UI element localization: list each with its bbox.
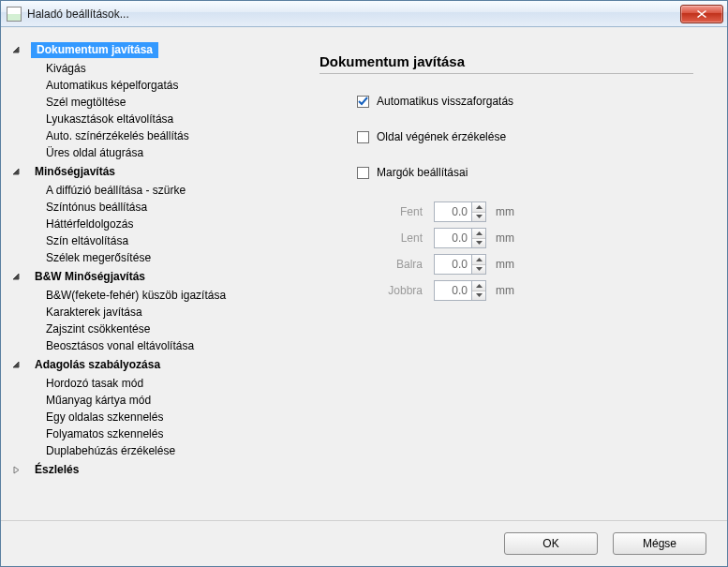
chevron-down-icon[interactable] xyxy=(10,45,22,56)
cancel-button[interactable]: Mégse xyxy=(613,532,706,555)
tree-item[interactable]: Kivágás xyxy=(42,60,297,77)
chevron-down-icon[interactable] xyxy=(10,359,22,370)
chevron-down-icon[interactable] xyxy=(10,166,22,177)
detail-heading: Dokumentum javítása xyxy=(319,53,693,69)
tree-item[interactable]: Egy oldalas szkennelés xyxy=(42,409,297,425)
tree-header-row[interactable]: Minőségjavítás xyxy=(10,163,297,180)
margin-input[interactable] xyxy=(434,280,471,301)
tree-group: Észlelés xyxy=(10,461,297,478)
option-label: Margók beállításai xyxy=(377,166,468,179)
spin-buttons xyxy=(471,201,486,222)
tree-item[interactable]: Duplabehúzás érzékelése xyxy=(42,442,297,459)
tree-item[interactable]: Színtónus beállítása xyxy=(42,199,297,216)
tree-header-row[interactable]: Dokumentum javítása xyxy=(10,42,297,58)
tree-header[interactable]: B&W Minőségjavítás xyxy=(31,268,149,285)
tree-item[interactable]: Szín eltávolítása xyxy=(42,232,297,249)
chevron-down-icon[interactable] xyxy=(10,271,22,282)
close-button[interactable] xyxy=(680,5,723,23)
option-row: Automatikus visszaforgatás xyxy=(357,95,693,108)
margins-group: FentmmLentmmBalrammJobbramm xyxy=(376,201,693,301)
dialog-footer: OK Mégse xyxy=(1,520,727,566)
checkbox[interactable] xyxy=(357,96,369,108)
margin-row: Fentmm xyxy=(376,201,693,222)
margin-input[interactable] xyxy=(434,254,471,275)
tree-items: Hordozó tasak módMűanyag kártya módEgy o… xyxy=(42,375,297,459)
tree-item[interactable]: A diffúzió beállítása - szürke xyxy=(42,182,297,199)
tree-item[interactable]: Üres oldal átugrása xyxy=(42,144,297,161)
margin-unit: mm xyxy=(496,284,514,297)
tree-item[interactable]: Lyukasztások eltávolítása xyxy=(42,111,297,127)
spin-up-button[interactable] xyxy=(472,202,485,213)
tree-item[interactable]: Folyamatos szkennelés xyxy=(42,425,297,442)
margin-unit: mm xyxy=(496,231,514,245)
tree-item[interactable]: Automatikus képelforgatás xyxy=(42,77,297,94)
tree-item[interactable]: B&W(fekete-fehér) küszöb igazítása xyxy=(42,287,297,304)
titlebar: Haladó beállítások... xyxy=(1,1,727,27)
tree-header[interactable]: Dokumentum javítása xyxy=(31,42,158,58)
margin-label: Balra xyxy=(376,258,423,271)
option-row: Margók beállításai xyxy=(357,166,693,179)
content-area: Dokumentum javításaKivágásAutomatikus ké… xyxy=(1,27,727,520)
spin-down-button[interactable] xyxy=(472,291,485,301)
tree-item[interactable]: Műanyag kártya mód xyxy=(42,392,297,409)
spin-buttons xyxy=(471,254,486,275)
tree-item[interactable]: Beosztásos vonal eltávolítása xyxy=(42,337,297,354)
tree-item[interactable]: Szélek megerősítése xyxy=(42,249,297,266)
spin-down-button[interactable] xyxy=(472,265,485,275)
spin-up-button[interactable] xyxy=(472,255,485,265)
margin-row: Jobbramm xyxy=(376,280,693,301)
margin-row: Lentmm xyxy=(376,228,693,248)
margin-input[interactable] xyxy=(434,201,471,222)
margin-row: Balramm xyxy=(376,254,693,275)
option-label: Automatikus visszaforgatás xyxy=(377,95,513,108)
tree-item[interactable]: Karakterek javítása xyxy=(42,304,297,321)
tree-header[interactable]: Észlelés xyxy=(31,461,82,478)
spin-up-button[interactable] xyxy=(472,281,485,291)
tree-header[interactable]: Adagolás szabályozása xyxy=(31,356,164,373)
tree-item[interactable]: Szél megtöltése xyxy=(42,94,297,111)
ok-button[interactable]: OK xyxy=(504,532,598,555)
spin-down-button[interactable] xyxy=(472,239,485,248)
margin-unit: mm xyxy=(496,205,514,218)
app-icon xyxy=(7,7,22,22)
tree-item[interactable]: Háttérfeldolgozás xyxy=(42,216,297,232)
margin-input[interactable] xyxy=(434,228,471,248)
margin-spinner xyxy=(434,201,486,222)
option-row: Oldal végének érzékelése xyxy=(357,130,693,143)
tree-item[interactable]: Zajszint csökkentése xyxy=(42,321,297,337)
margin-label: Fent xyxy=(376,205,423,218)
spin-down-button[interactable] xyxy=(472,213,485,222)
tree-header-row[interactable]: B&W Minőségjavítás xyxy=(10,268,297,285)
tree-header[interactable]: Minőségjavítás xyxy=(31,163,119,180)
dialog-body: Dokumentum javításaKivágásAutomatikus ké… xyxy=(1,27,727,566)
tree-header-row[interactable]: Észlelés xyxy=(10,461,297,478)
spin-up-button[interactable] xyxy=(472,229,485,239)
checkbox[interactable] xyxy=(357,167,369,179)
spin-buttons xyxy=(471,280,486,301)
tree-group: B&W MinőségjavításB&W(fekete-fehér) küsz… xyxy=(10,268,297,354)
tree-items: B&W(fekete-fehér) küszöb igazításaKarakt… xyxy=(42,287,297,354)
window-title: Haladó beállítások... xyxy=(27,7,680,21)
tree-group: Dokumentum javításaKivágásAutomatikus ké… xyxy=(10,42,297,161)
tree-item[interactable]: Auto. színérzékelés beállítás xyxy=(42,127,297,144)
checkbox[interactable] xyxy=(357,131,369,143)
tree-item[interactable]: Hordozó tasak mód xyxy=(42,375,297,392)
margin-unit: mm xyxy=(496,258,514,271)
dialog-window: Haladó beállítások... Dokumentum javítás… xyxy=(0,0,728,567)
margin-spinner xyxy=(434,254,486,275)
margin-spinner xyxy=(434,280,486,301)
close-icon xyxy=(697,10,706,18)
option-label: Oldal végének érzékelése xyxy=(377,130,506,143)
tree-items: A diffúzió beállítása - szürkeSzíntónus … xyxy=(42,182,297,266)
detail-panel: Dokumentum javítása Automatikus visszafo… xyxy=(305,31,723,516)
chevron-right-icon[interactable] xyxy=(10,464,22,475)
options-list: Automatikus visszaforgatásOldal végének … xyxy=(319,95,693,179)
tree-group: MinőségjavításA diffúzió beállítása - sz… xyxy=(10,163,297,266)
spin-buttons xyxy=(471,228,486,248)
tree-header-row[interactable]: Adagolás szabályozása xyxy=(10,356,297,373)
detail-divider xyxy=(319,73,693,74)
margin-spinner xyxy=(434,228,486,248)
tree-group: Adagolás szabályozásaHordozó tasak módMű… xyxy=(10,356,297,459)
margin-label: Lent xyxy=(376,231,423,245)
margin-label: Jobbra xyxy=(376,284,423,297)
